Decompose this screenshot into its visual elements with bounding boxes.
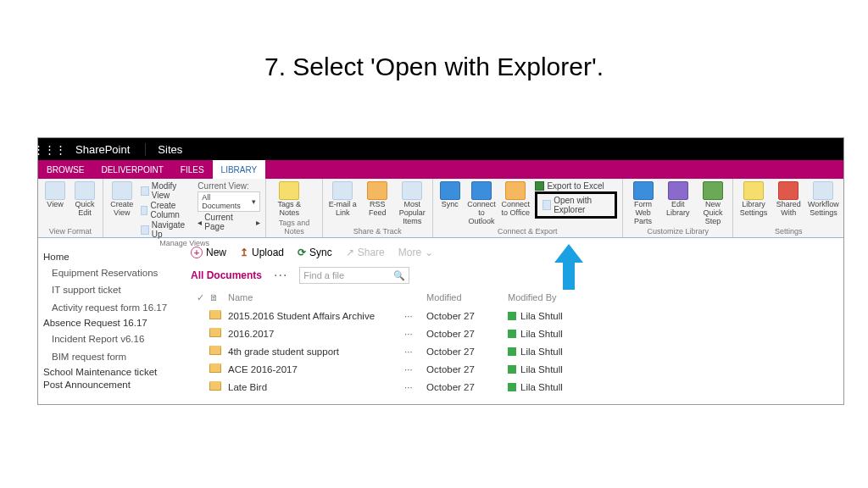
presence-icon (508, 330, 516, 338)
view-name[interactable]: All Documents (191, 269, 262, 281)
tab-files[interactable]: FILES (172, 160, 213, 179)
select-all[interactable]: ✓ (191, 292, 209, 303)
sync-button[interactable]: Sync (438, 181, 462, 209)
current-page-nav[interactable]: ◂ Current Page ▸ (198, 213, 260, 231)
new-quick-step-button[interactable]: New Quick Step (698, 181, 727, 226)
item-modified-by[interactable]: Lila Shtull (508, 311, 609, 321)
modify-view-button[interactable]: Modify View (141, 181, 193, 200)
content: Home Equipment Reservations IT support t… (38, 238, 843, 404)
group-label: Connect & Export (438, 227, 617, 237)
item-name[interactable]: 2015.2016 Student Affairs Archive (228, 311, 404, 321)
navigate-up-button[interactable]: Navigate Up (141, 220, 193, 239)
presence-icon (508, 365, 516, 374)
item-modified[interactable]: October 27 (426, 347, 508, 357)
nav-link[interactable]: School Maintenance ticket (43, 367, 182, 377)
export-excel-button[interactable]: Export to Excel (535, 181, 617, 191)
presence-icon (508, 312, 516, 320)
search-input[interactable]: Find a file🔍 (299, 267, 409, 284)
group-view-format: View Quick Edit View Format (38, 179, 103, 237)
share-button[interactable]: ↗Share (346, 247, 385, 258)
edit-library-button[interactable]: Edit Library (663, 181, 693, 218)
item-modified-by[interactable]: Lila Shtull (508, 364, 609, 374)
item-name[interactable]: 4th grade student support (228, 347, 404, 357)
connect-office-button[interactable]: Connect to Office (501, 181, 530, 218)
nav-link[interactable]: Post Announcement (43, 380, 182, 390)
chevron-down-icon: ⌄ (425, 247, 433, 258)
quick-edit-button[interactable]: Quick Edit (72, 181, 97, 218)
folder-icon (209, 381, 221, 391)
more-button[interactable]: More ⌄ (398, 247, 433, 258)
presence-icon (508, 347, 516, 356)
command-bar: +New ↥Upload ⟳Sync ↗Share More ⌄ (191, 247, 843, 263)
nav-heading[interactable]: Absence Request 16.17 (43, 318, 182, 328)
sharepoint-label[interactable]: SharePoint (60, 143, 145, 156)
view-button[interactable]: View (43, 181, 67, 209)
item-name[interactable]: Late Bird (228, 382, 404, 392)
item-modified-by[interactable]: Lila Shtull (508, 329, 609, 339)
nav-link[interactable]: Incident Report v6.16 (43, 330, 182, 347)
folder-icon (209, 328, 221, 337)
open-with-explorer-button[interactable]: Open with Explorer (535, 191, 617, 219)
current-view-select[interactable]: All Documents▾ (198, 191, 260, 212)
view-menu-button[interactable]: ··· (274, 268, 287, 283)
app-launcher-icon[interactable]: ⋮⋮⋮ (38, 143, 60, 156)
nav-link[interactable]: Equipment Reservations (43, 264, 182, 281)
ribbon-tabs: BROWSE DELIVERPOINT FILES LIBRARY (38, 160, 843, 179)
library-settings-button[interactable]: Library Settings (738, 181, 768, 218)
form-web-parts-button[interactable]: Form Web Parts (628, 181, 658, 226)
shared-with-button[interactable]: Shared With (774, 181, 804, 218)
item-modified[interactable]: October 27 (426, 329, 508, 339)
item-menu-button[interactable]: ··· (404, 347, 426, 357)
table-header: ✓ 🗎 Name Modified Modified By (191, 291, 843, 307)
item-modified-by[interactable]: Lila Shtull (508, 347, 609, 357)
group-customize-library: Form Web Parts Edit Library New Quick St… (623, 179, 734, 237)
screenshot: ⋮⋮⋮ SharePoint Sites BROWSE DELIVERPOINT… (37, 137, 844, 405)
item-name[interactable]: 2016.2017 (228, 329, 404, 339)
item-menu-button[interactable]: ··· (404, 364, 426, 374)
slide-title: 7. Select 'Open with Explorer'. (0, 53, 868, 81)
table-row: ACE 2016-2017···October 27Lila Shtull (191, 360, 843, 378)
col-name[interactable]: Name (228, 292, 404, 303)
nav-link[interactable]: BIM request form (43, 348, 182, 365)
sites-link[interactable]: Sites (145, 143, 194, 156)
col-modified[interactable]: Modified (426, 292, 508, 303)
share-icon: ↗ (346, 247, 354, 258)
rss-feed-button[interactable]: RSS Feed (363, 181, 392, 218)
item-menu-button[interactable]: ··· (404, 382, 426, 392)
group-label: View Format (43, 227, 97, 237)
sync-icon: ⟳ (298, 247, 306, 258)
nav-link[interactable]: Activity request form 16.17 (43, 299, 182, 316)
new-button[interactable]: +New (191, 247, 226, 258)
group-connect-export: Sync Connect to Outlook Connect to Offic… (433, 179, 623, 237)
nav-link[interactable]: IT support ticket (43, 281, 182, 298)
group-tags-notes: Tags & Notes Tags and Notes (266, 179, 322, 237)
current-view-label: Current View: (198, 181, 260, 191)
tab-library[interactable]: LIBRARY (213, 160, 266, 179)
create-view-button[interactable]: Create View (108, 181, 136, 218)
tags-notes-button[interactable]: Tags & Notes (271, 181, 307, 218)
sync-cmd-button[interactable]: ⟳Sync (298, 247, 332, 258)
search-icon: 🔍 (393, 270, 405, 281)
create-column-button[interactable]: Create Column (141, 201, 193, 219)
col-modified-by[interactable]: Modified By (508, 292, 609, 303)
upload-icon: ↥ (240, 247, 248, 258)
tab-deliverpoint[interactable]: DELIVERPOINT (92, 160, 171, 179)
tab-browse[interactable]: BROWSE (38, 160, 92, 179)
item-name[interactable]: ACE 2016-2017 (228, 364, 404, 374)
upload-button[interactable]: ↥Upload (240, 247, 284, 258)
item-modified[interactable]: October 27 (426, 382, 508, 392)
most-popular-button[interactable]: Most Popular Items (398, 181, 427, 226)
nav-home[interactable]: Home (43, 252, 182, 262)
item-modified-by[interactable]: Lila Shtull (508, 382, 609, 392)
email-link-button[interactable]: E-mail a Link (328, 181, 358, 218)
presence-icon (508, 383, 516, 391)
item-menu-button[interactable]: ··· (404, 311, 426, 321)
group-settings: Library Settings Shared With Workflow Se… (733, 179, 843, 237)
table-row: 4th grade student support···October 27Li… (191, 342, 843, 360)
connect-outlook-button[interactable]: Connect to Outlook (467, 181, 496, 226)
item-modified[interactable]: October 27 (426, 364, 508, 374)
item-modified[interactable]: October 27 (426, 311, 508, 321)
ribbon: View Quick Edit View Format Create View … (38, 179, 843, 238)
item-menu-button[interactable]: ··· (404, 329, 426, 339)
workflow-settings-button[interactable]: Workflow Settings (809, 181, 838, 218)
